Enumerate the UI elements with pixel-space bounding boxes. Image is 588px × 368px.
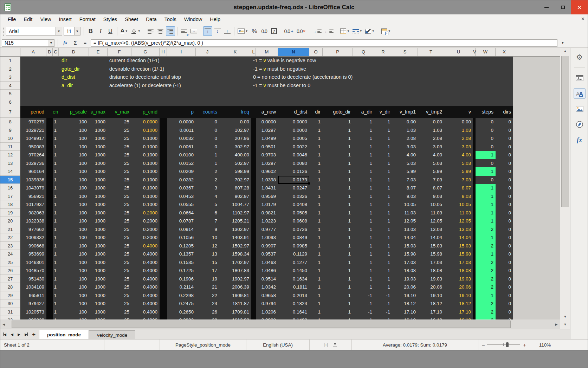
cell-L11[interactable] bbox=[251, 143, 256, 151]
cell-W11[interactable]: 0 bbox=[476, 143, 496, 151]
cell-M32[interactable]: 0.9908 bbox=[256, 316, 278, 319]
cell-J27[interactable]: 19 bbox=[196, 275, 219, 283]
cell-E12[interactable]: 1000 bbox=[89, 151, 108, 159]
row-header-32[interactable]: 32 bbox=[0, 316, 20, 319]
expand-formula-bar-button[interactable]: ▼ bbox=[559, 39, 567, 47]
cell-R19[interactable]: 1 bbox=[374, 209, 392, 217]
cell-K18[interactable]: 1004.77 bbox=[219, 200, 251, 209]
cell-I18[interactable]: 0.0555 bbox=[167, 200, 196, 209]
cell-S9[interactable]: 1.03 bbox=[392, 126, 418, 135]
cell-Q28[interactable]: 1 bbox=[353, 283, 374, 291]
cell-W19[interactable]: 1 bbox=[476, 209, 496, 217]
cell-X32[interactable]: 0 bbox=[496, 316, 513, 319]
cell-T32[interactable]: 16.10 bbox=[418, 316, 444, 319]
cell-K32[interactable]: 1612.92 bbox=[219, 316, 251, 319]
sheet-tab-position_mode[interactable]: position_mode bbox=[39, 330, 89, 339]
cell-N19[interactable]: 0.0505 bbox=[278, 209, 309, 217]
cell-E27[interactable]: 1000 bbox=[89, 275, 108, 283]
zoom-level[interactable]: 110% bbox=[531, 340, 559, 350]
cell-L24[interactable] bbox=[251, 250, 256, 258]
cell-F10[interactable]: 25 bbox=[108, 134, 131, 143]
cell-S25[interactable]: 17.03 bbox=[392, 258, 418, 267]
cell-V16[interactable] bbox=[473, 184, 476, 192]
cell-Q25[interactable]: 1 bbox=[353, 258, 374, 267]
cell-R16[interactable]: 1 bbox=[374, 184, 392, 192]
cell-O10[interactable]: 1 bbox=[309, 134, 323, 143]
align-bottom-button[interactable]: ↓ bbox=[223, 26, 232, 36]
cell-W13[interactable]: 0 bbox=[476, 159, 496, 168]
cell-E11[interactable]: 1000 bbox=[89, 143, 108, 151]
cell-Q31[interactable]: -1 bbox=[353, 308, 374, 316]
percent-format-button[interactable]: % bbox=[250, 26, 259, 36]
cell-W28[interactable]: 2 bbox=[476, 283, 496, 291]
cell-F30[interactable]: 25 bbox=[108, 299, 131, 308]
row-header-21[interactable]: 21 bbox=[0, 225, 20, 234]
cell-C30[interactable]: 1 bbox=[53, 299, 59, 308]
cell-X31[interactable]: 0 bbox=[496, 308, 513, 316]
vertical-scroll-track[interactable] bbox=[560, 54, 570, 314]
cell-A32[interactable]: 990829 bbox=[20, 316, 46, 319]
cell-M8[interactable]: 0.0000 bbox=[256, 118, 278, 126]
borders-button[interactable]: ▼ bbox=[339, 26, 351, 36]
cell-I10[interactable]: 0.0032 bbox=[167, 134, 196, 143]
cell-G31[interactable]: 0.4000 bbox=[131, 308, 160, 316]
cell-V11[interactable] bbox=[473, 143, 476, 151]
previous-sheet-button[interactable]: ◀ bbox=[9, 331, 15, 338]
cell-B32[interactable] bbox=[46, 316, 53, 319]
italic-button[interactable]: I bbox=[96, 26, 105, 36]
equals-button[interactable]: = bbox=[81, 39, 89, 47]
cell-Q22[interactable]: 1 bbox=[353, 233, 374, 242]
cell-D18[interactable]: 100 bbox=[59, 200, 89, 209]
cell-Q30[interactable]: -1 bbox=[353, 299, 374, 308]
cell-C17[interactable]: 1 bbox=[53, 192, 59, 201]
cell-F19[interactable]: 25 bbox=[108, 209, 131, 217]
cell-P17[interactable]: 1 bbox=[323, 192, 353, 201]
cell-X19[interactable]: 0 bbox=[496, 209, 513, 217]
column-header-L[interactable]: L bbox=[251, 48, 256, 56]
cell-R30[interactable]: -1 bbox=[374, 299, 392, 308]
cell-G19[interactable]: 0.2000 bbox=[131, 209, 160, 217]
cell-V14[interactable] bbox=[473, 167, 476, 176]
cell-W20[interactable]: 1 bbox=[476, 217, 496, 225]
cell-X16[interactable]: 0 bbox=[496, 184, 513, 192]
cell-G10[interactable]: 0.1000 bbox=[131, 134, 160, 143]
cell-P19[interactable]: 1 bbox=[323, 209, 353, 217]
cell-G18[interactable]: 0.1000 bbox=[131, 200, 160, 209]
cell-J17[interactable]: 4 bbox=[196, 192, 219, 201]
cell-H19[interactable] bbox=[160, 209, 167, 217]
cell-H31[interactable] bbox=[160, 308, 167, 316]
cell-X22[interactable]: 0 bbox=[496, 233, 513, 242]
cell-V9[interactable] bbox=[473, 126, 476, 135]
column-header-G[interactable]: G bbox=[131, 48, 160, 56]
cell-L27[interactable] bbox=[251, 275, 256, 283]
cell-O14[interactable]: 1 bbox=[309, 167, 323, 176]
cell-R17[interactable]: 1 bbox=[374, 192, 392, 201]
cell-K7[interactable]: freq bbox=[219, 106, 251, 118]
cell-J30[interactable]: 24 bbox=[196, 299, 219, 308]
menu-file[interactable]: File bbox=[4, 15, 20, 23]
cell-U24[interactable]: 15.98 bbox=[444, 250, 473, 258]
cell-Q16[interactable]: 1 bbox=[353, 184, 374, 192]
cell-C7[interactable]: en bbox=[53, 106, 59, 118]
cell-P30[interactable]: 1 bbox=[323, 299, 353, 308]
cell-C16[interactable]: 1 bbox=[53, 184, 59, 192]
delete-decimal-place-button[interactable]: 0.0✕ bbox=[296, 26, 307, 36]
language-status[interactable]: English (USA) bbox=[246, 340, 310, 350]
cell-R18[interactable]: 1 bbox=[374, 200, 392, 209]
cell-F14[interactable]: 25 bbox=[108, 167, 131, 176]
cell-K10[interactable]: 207.96 bbox=[219, 134, 251, 143]
cell-A18[interactable]: 1017937 bbox=[20, 200, 46, 209]
cell-K11[interactable]: 302.97 bbox=[219, 143, 251, 151]
cell-L22[interactable] bbox=[251, 233, 256, 242]
cell-H10[interactable] bbox=[160, 134, 167, 143]
cell-C31[interactable]: 1 bbox=[53, 308, 59, 316]
cell-P31[interactable]: 1 bbox=[323, 308, 353, 316]
cell-Q10[interactable]: 1 bbox=[353, 134, 374, 143]
cell-G27[interactable]: 0.4000 bbox=[131, 275, 160, 283]
cell-S23[interactable]: 15.03 bbox=[392, 242, 418, 250]
cell-D7[interactable]: p_scale bbox=[59, 106, 89, 118]
chevron-down-icon[interactable]: ▼ bbox=[74, 27, 80, 35]
cell-J12[interactable]: 1 bbox=[196, 151, 219, 159]
cell-Q32[interactable]: -1 bbox=[353, 316, 374, 319]
cell-F16[interactable]: 25 bbox=[108, 184, 131, 192]
